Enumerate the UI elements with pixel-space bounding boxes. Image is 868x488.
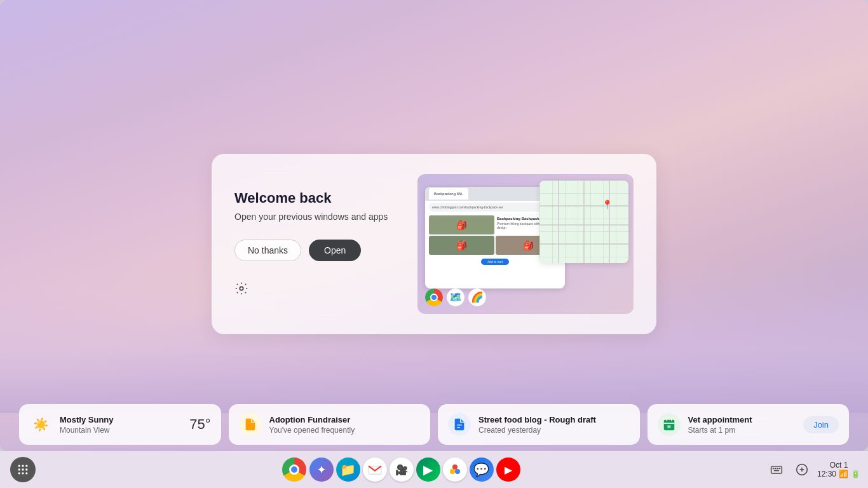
appointment-icon: M bbox=[658, 413, 681, 436]
appointment-text: Vet appointment Starts at 1 pm bbox=[688, 415, 796, 435]
keyboard-icon bbox=[770, 463, 783, 476]
launcher-button[interactable] bbox=[10, 457, 36, 482]
blog-card[interactable]: Street food blog - Rough draft Created y… bbox=[438, 404, 640, 445]
svg-point-21 bbox=[18, 468, 20, 470]
svg-point-30 bbox=[455, 469, 460, 474]
gmail-svg bbox=[368, 464, 382, 475]
system-tray: Oct 1 12:30 📶 🔋 bbox=[766, 459, 860, 480]
svg-text:🗺️: 🗺️ bbox=[449, 291, 462, 303]
svg-point-26 bbox=[25, 472, 27, 474]
product-item-2: 🎒 bbox=[429, 236, 494, 255]
welcome-text: Welcome back Open your previous windows … bbox=[234, 190, 392, 298]
preview-maps-icon: 🗺️ bbox=[447, 288, 465, 306]
weather-icon: ☀️ bbox=[29, 413, 52, 436]
doc-icon bbox=[452, 417, 466, 431]
fundraiser-icon bbox=[239, 413, 262, 436]
svg-point-23 bbox=[25, 468, 27, 470]
no-thanks-button[interactable]: No thanks bbox=[234, 240, 301, 261]
dock: ✦ 📁 🎥 ▶ 💬 ▶ bbox=[36, 457, 766, 482]
weather-card[interactable]: ☀️ Mostly Sunny Mountain View 75° bbox=[19, 404, 221, 445]
dock-gemini-icon[interactable]: ✦ bbox=[309, 458, 334, 482]
tray-keyboard-icon[interactable] bbox=[766, 459, 787, 480]
bottom-cards: ☀️ Mostly Sunny Mountain View 75° Adopti… bbox=[19, 404, 849, 445]
appointment-subtitle: Starts at 1 pm bbox=[688, 426, 796, 435]
appointment-title: Vet appointment bbox=[688, 415, 796, 424]
wifi-icon: 📶 bbox=[839, 470, 848, 478]
tray-time: 12:30 bbox=[817, 470, 836, 478]
map-grid: 📍 bbox=[539, 180, 628, 263]
svg-point-28 bbox=[452, 464, 458, 470]
fundraiser-title: Adoption Fundraiser bbox=[269, 415, 421, 424]
fundraiser-text: Adoption Fundraiser You've opened freque… bbox=[269, 415, 421, 435]
tray-add-icon[interactable] bbox=[792, 459, 812, 480]
launcher-icon bbox=[17, 463, 29, 476]
open-button[interactable]: Open bbox=[309, 240, 361, 261]
battery-icon: 🔋 bbox=[851, 470, 860, 478]
svg-text:🌈: 🌈 bbox=[471, 291, 484, 303]
document-icon bbox=[243, 417, 257, 431]
fundraiser-card[interactable]: Adoption Fundraiser You've opened freque… bbox=[229, 404, 431, 445]
dock-files-icon[interactable]: 📁 bbox=[336, 458, 360, 482]
map-preview: 📍 bbox=[539, 180, 628, 263]
blog-subtitle: Created yesterday bbox=[478, 426, 630, 435]
svg-rect-31 bbox=[771, 466, 782, 473]
blog-icon bbox=[448, 413, 471, 436]
browser-tab: Backpacking 65L bbox=[429, 188, 468, 200]
welcome-buttons: No thanks Open bbox=[234, 240, 392, 261]
weather-title: Mostly Sunny bbox=[60, 415, 182, 424]
svg-point-19 bbox=[22, 465, 24, 467]
svg-point-24 bbox=[18, 472, 20, 474]
dock-gmail-icon[interactable] bbox=[363, 458, 387, 482]
buy-button: Add to cart bbox=[481, 259, 509, 265]
dock-messages-icon[interactable]: 💬 bbox=[470, 458, 494, 482]
blog-title: Street food blog - Rough draft bbox=[478, 415, 630, 424]
weather-temperature: 75° bbox=[189, 416, 210, 433]
dock-play-icon[interactable]: ▶ bbox=[416, 458, 440, 482]
svg-point-20 bbox=[25, 465, 27, 467]
welcome-title: Welcome back bbox=[234, 190, 392, 207]
blog-text: Street food blog - Rough draft Created y… bbox=[478, 415, 630, 435]
appointment-card[interactable]: M Vet appointment Starts at 1 pm Join bbox=[648, 404, 850, 445]
dock-meet-icon[interactable]: 🎥 bbox=[390, 458, 414, 482]
svg-text:M: M bbox=[667, 424, 670, 429]
taskbar-left bbox=[10, 457, 36, 482]
dock-photos-icon[interactable] bbox=[443, 458, 467, 482]
plus-circle-icon bbox=[796, 463, 808, 476]
dock-youtube-icon[interactable]: ▶ bbox=[496, 458, 520, 482]
tray-clock[interactable]: Oct 1 12:30 📶 🔋 bbox=[817, 461, 860, 478]
product-item-1: 🎒 bbox=[429, 215, 494, 234]
tray-date: Oct 1 bbox=[830, 461, 848, 470]
welcome-subtitle: Open your previous windows and apps bbox=[234, 212, 392, 222]
svg-point-25 bbox=[22, 472, 24, 474]
map-pin: 📍 bbox=[602, 200, 613, 210]
map-roads-svg bbox=[539, 180, 628, 263]
svg-point-0 bbox=[240, 287, 243, 290]
preview-photos-icon: 🌈 bbox=[468, 288, 486, 306]
photos-svg bbox=[447, 462, 463, 477]
join-button[interactable]: Join bbox=[803, 416, 839, 433]
svg-point-29 bbox=[450, 469, 455, 474]
url-text: www.climbinggear.com/backpacking-backpac… bbox=[432, 205, 503, 209]
weather-text: Mostly Sunny Mountain View bbox=[60, 415, 182, 435]
maps-svg: 🗺️ bbox=[447, 288, 465, 306]
welcome-card: Welcome back Open your previous windows … bbox=[212, 154, 656, 334]
taskbar: ✦ 📁 🎥 ▶ 💬 ▶ bbox=[0, 451, 868, 488]
svg-point-22 bbox=[22, 468, 24, 470]
fundraiser-subtitle: You've opened frequently bbox=[269, 426, 421, 435]
settings-button[interactable] bbox=[234, 281, 392, 298]
dock-chrome-icon[interactable] bbox=[281, 457, 307, 482]
svg-point-18 bbox=[18, 465, 20, 467]
calendar-icon: M bbox=[662, 417, 676, 431]
photos-svg: 🌈 bbox=[468, 288, 486, 306]
preview-app-icons: 🗺️ 🌈 bbox=[425, 288, 486, 306]
gear-icon bbox=[234, 281, 248, 295]
preview-chrome-icon bbox=[425, 288, 443, 306]
weather-subtitle: Mountain View bbox=[60, 426, 182, 435]
preview-section: Backpacking 65L www.climbinggear.com/bac… bbox=[417, 174, 634, 314]
